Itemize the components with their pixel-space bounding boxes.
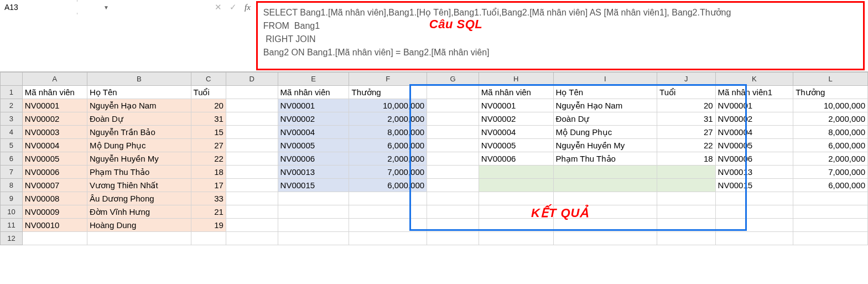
cell[interactable] (715, 232, 793, 245)
row-header[interactable]: 12 (1, 232, 23, 245)
cell[interactable]: NV00007 (22, 179, 87, 192)
cell[interactable] (553, 192, 657, 205)
cell[interactable] (349, 192, 427, 205)
cell[interactable] (553, 219, 657, 232)
cell[interactable] (657, 232, 715, 245)
cell[interactable]: NV00002 (278, 112, 349, 126)
cell[interactable] (553, 179, 657, 192)
cell[interactable] (479, 205, 553, 219)
row-header[interactable]: 3 (1, 112, 23, 126)
cell[interactable] (715, 192, 793, 205)
cell[interactable] (226, 232, 278, 245)
cell[interactable]: NV00001 (22, 99, 87, 112)
cell[interactable]: Nguyễn Trần Bảo (87, 126, 191, 139)
cell[interactable] (427, 166, 479, 179)
cell[interactable]: Tuổi (191, 86, 226, 99)
cell[interactable]: NV00015 (715, 179, 793, 192)
col-header[interactable]: C (191, 73, 226, 86)
cell[interactable]: Đoàn Dự (87, 112, 191, 126)
cell[interactable] (226, 152, 278, 166)
cell[interactable] (657, 192, 715, 205)
cell[interactable]: 2,000,000 (349, 112, 427, 126)
cell[interactable]: NV00004 (278, 126, 349, 139)
enter-icon[interactable]: ✓ (230, 2, 237, 12)
col-header[interactable]: E (278, 73, 349, 86)
cell[interactable]: 17 (191, 179, 226, 192)
cell[interactable] (191, 232, 226, 245)
formula-bar[interactable]: SELECT Bang1.[Mã nhân viên],Bang1.[Họ Tê… (256, 1, 865, 70)
cell[interactable]: Nguyễn Huyền My (553, 139, 657, 152)
col-header[interactable]: K (715, 73, 793, 86)
cell[interactable]: NV00013 (715, 166, 793, 179)
cell[interactable]: 33 (191, 192, 226, 205)
cell[interactable]: Mộ Dung Phục (553, 126, 657, 139)
cell[interactable]: 27 (191, 139, 226, 152)
row-header[interactable]: 11 (1, 219, 23, 232)
cell[interactable] (349, 205, 427, 219)
cell[interactable]: Mã nhân viên (22, 86, 87, 99)
cell[interactable]: NV00005 (479, 139, 553, 152)
cell[interactable]: NV00008 (22, 192, 87, 205)
cell[interactable] (427, 179, 479, 192)
cell[interactable]: Họ Tên (553, 86, 657, 99)
cell[interactable]: 6,000,000 (349, 179, 427, 192)
cell[interactable]: Phạm Thu Thảo (553, 152, 657, 166)
cell[interactable] (226, 192, 278, 205)
cell[interactable]: NV00009 (22, 205, 87, 219)
cell[interactable]: Mã nhân viên (479, 86, 553, 99)
cell[interactable]: 18 (191, 166, 226, 179)
name-box-dropdown[interactable]: ▼ (103, 4, 109, 11)
cell[interactable] (427, 99, 479, 112)
cell[interactable] (427, 139, 479, 152)
row-header[interactable]: 2 (1, 99, 23, 112)
cell[interactable] (479, 179, 553, 192)
col-header[interactable]: F (349, 73, 427, 86)
cell[interactable]: NV00004 (715, 126, 793, 139)
cell[interactable]: NV00010 (22, 219, 87, 232)
cell[interactable] (278, 192, 349, 205)
cell[interactable]: NV00003 (22, 126, 87, 139)
cell[interactable] (793, 232, 868, 245)
cell[interactable] (715, 205, 793, 219)
cell[interactable] (427, 152, 479, 166)
cell[interactable]: NV00005 (278, 139, 349, 152)
col-header[interactable]: D (226, 73, 278, 86)
cell[interactable]: Vương Thiên Nhất (87, 179, 191, 192)
row-header[interactable]: 9 (1, 192, 23, 205)
cell[interactable]: Nguyễn Huyền My (87, 152, 191, 166)
cell[interactable] (479, 219, 553, 232)
cell[interactable] (793, 205, 868, 219)
cell[interactable] (226, 99, 278, 112)
cell[interactable] (793, 192, 868, 205)
cell[interactable]: Tuổi (657, 86, 715, 99)
col-header[interactable]: A (22, 73, 87, 86)
cell[interactable] (553, 205, 657, 219)
cell[interactable]: Họ Tên (87, 86, 191, 99)
cell[interactable]: Đoàn Dự (553, 112, 657, 126)
cell[interactable]: 2,000,000 (793, 152, 868, 166)
fx-icon[interactable]: fx (245, 3, 251, 12)
cell[interactable] (427, 86, 479, 99)
cell[interactable] (715, 219, 793, 232)
cell[interactable]: 6,000,000 (349, 139, 427, 152)
cell[interactable] (427, 126, 479, 139)
cell[interactable] (226, 126, 278, 139)
col-header[interactable]: J (657, 73, 715, 86)
cell[interactable] (226, 112, 278, 126)
cell[interactable] (349, 219, 427, 232)
cell[interactable]: 20 (191, 99, 226, 112)
cell[interactable]: NV00006 (22, 166, 87, 179)
cell[interactable] (226, 86, 278, 99)
cell[interactable]: 7,000,000 (793, 166, 868, 179)
cell[interactable] (553, 166, 657, 179)
cell[interactable]: Mã nhân viên (278, 86, 349, 99)
cell[interactable]: NV00002 (715, 112, 793, 126)
cell[interactable] (278, 205, 349, 219)
cell[interactable] (479, 166, 553, 179)
cell[interactable]: Thưởng (793, 86, 868, 99)
cell[interactable]: Âu Dương Phong (87, 192, 191, 205)
cell[interactable]: Hoàng Dung (87, 219, 191, 232)
cell[interactable] (657, 219, 715, 232)
cell[interactable] (226, 166, 278, 179)
cell[interactable]: Thưởng (349, 86, 427, 99)
